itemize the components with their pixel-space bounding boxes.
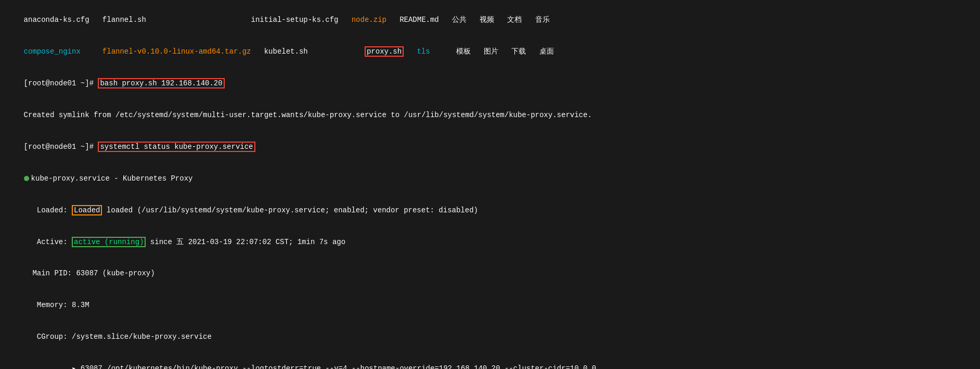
- ls-col1-files: anaconda-ks.cfg flannel.sh: [24, 16, 251, 24]
- systemctl-cmd-boxed: systemctl status kube-proxy.service: [98, 142, 255, 152]
- ls-output-line2: compose_nginx flannel-v0.10.0-linux-amd6…: [6, 36, 974, 68]
- ls-output-line1: anaconda-ks.cfg flannel.sh initial-setup…: [6, 4, 974, 36]
- bash-cmd-boxed: bash proxy.sh 192.168.140.20: [98, 78, 224, 88]
- ls-space2: kubelet.sh: [251, 47, 365, 56]
- ls-readme: README.md: [386, 16, 452, 24]
- ls-nodezip: node.zip: [352, 16, 386, 24]
- service-status-dot: [24, 176, 29, 181]
- ls-tls: tls: [417, 47, 430, 56]
- ls-compose-nginx: compose_nginx: [24, 47, 81, 56]
- symlink-text: Created symlink from /etc/systemd/system…: [24, 111, 592, 119]
- systemctl-cmd-text: systemctl status kube-proxy.service: [100, 143, 253, 151]
- loaded-rest: loaded (/usr/lib/systemd/system/kube-pro…: [102, 206, 478, 214]
- ls-space1: [81, 47, 102, 56]
- ls-flannel-tar: flannel-v0.10.0-linux-amd64.tar.gz: [102, 47, 251, 56]
- memory-text: Memory: 8.3M: [24, 301, 89, 309]
- ls-chinese1: 公共 视频 文档 音乐: [452, 16, 550, 24]
- terminal: anaconda-ks.cfg flannel.sh initial-setup…: [6, 4, 974, 369]
- ls-col2-files: initial-setup-ks.cfg: [251, 16, 351, 24]
- active-status-text: active (running): [74, 238, 144, 246]
- cgroup-text: CGroup: /system.slice/kube-proxy.service: [24, 333, 212, 341]
- ls-chinese2: 模板 图片 下载 桌面: [456, 47, 554, 56]
- active-rest: since 五 2021-03-19 22:07:02 CST; 1min 7s…: [146, 238, 345, 246]
- ls-space4: [430, 47, 456, 56]
- service-header-line: kube-proxy.service - Kubernetes Proxy: [6, 162, 974, 194]
- service-pid-line: Main PID: 63087 (kube-proxy): [6, 258, 974, 289]
- bash-command-line: [root@node01 ~]# bash proxy.sh 192.168.1…: [6, 68, 974, 99]
- loaded-label: Loaded:: [24, 206, 72, 214]
- systemctl-prompt: [root@node01 ~]#: [24, 143, 98, 151]
- service-name-text: kube-proxy.service - Kubernetes Proxy: [31, 174, 193, 183]
- service-active-line: Active: active (running) since 五 2021-03…: [6, 226, 974, 258]
- ls-space3: [404, 47, 417, 56]
- symlink-line: Created symlink from /etc/systemd/system…: [6, 99, 974, 131]
- cgroup-detail-text: ▸ 63087 /opt/kubernetes/bin/kube-proxy -…: [24, 364, 610, 369]
- service-cgroup-detail-line: ▸ 63087 /opt/kubernetes/bin/kube-proxy -…: [6, 353, 974, 369]
- systemctl-command-line: [root@node01 ~]# systemctl status kube-p…: [6, 131, 974, 163]
- pid-text: Main PID: 63087 (kube-proxy): [24, 269, 155, 277]
- service-memory-line: Memory: 8.3M: [6, 289, 974, 321]
- service-cgroup-line: CGroup: /system.slice/kube-proxy.service: [6, 321, 974, 353]
- ls-proxysh-text: proxy.sh: [367, 47, 402, 56]
- active-status-boxed: active (running): [72, 237, 146, 247]
- bash-cmd-text: bash proxy.sh 192.168.140.20: [100, 79, 222, 87]
- ls-proxysh-boxed: proxy.sh: [365, 46, 404, 57]
- active-label: Active:: [24, 238, 72, 246]
- service-loaded-line: Loaded: Loaded loaded (/usr/lib/systemd/…: [6, 194, 974, 226]
- loaded-status-boxed: Loaded: [72, 205, 102, 215]
- loaded-status-text: Loaded: [74, 206, 100, 214]
- bash-prompt: [root@node01 ~]#: [24, 79, 98, 87]
